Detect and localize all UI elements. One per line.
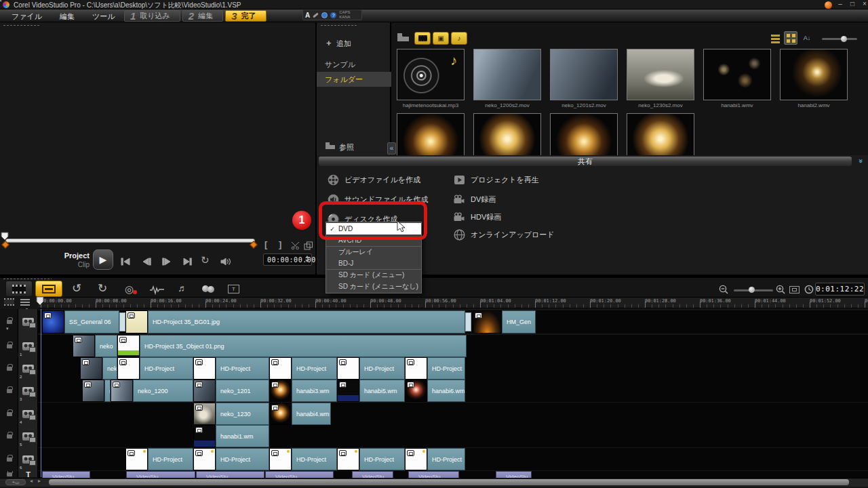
track-type-button[interactable]: 3 <box>18 380 38 402</box>
track-number: 1 <box>20 352 22 357</box>
timeline-hscroll-thumb[interactable] <box>49 479 849 485</box>
track-lock-button[interactable] <box>0 448 18 470</box>
track-type-button[interactable]: T <box>18 471 38 478</box>
lock-icon <box>7 367 12 371</box>
track-lock-button[interactable] <box>0 471 18 478</box>
disc-menu-item-blu-ray[interactable]: ブルーレイ <box>326 246 421 258</box>
video-file-icon <box>327 174 339 186</box>
scroll-left-arrow[interactable]: ◂ <box>30 478 33 484</box>
track-type-button[interactable] <box>18 310 38 333</box>
track-number: 2 <box>20 375 22 379</box>
scroll-right-arrow[interactable]: ▸ <box>38 478 41 484</box>
track-lock-button[interactable] <box>0 425 18 447</box>
annotation-step-badge: 1 <box>292 211 311 230</box>
video-track-icon <box>22 432 34 441</box>
timeline-fit-button[interactable]: +▭ <box>5 479 26 485</box>
hdv-cam-icon <box>453 212 465 222</box>
track-lock-button[interactable] <box>0 403 18 425</box>
expand-section-icon[interactable]: » <box>856 155 866 167</box>
video-track-icon <box>22 318 34 326</box>
track-header: 5 <box>0 425 38 447</box>
video-track-icon <box>22 387 34 395</box>
play-project[interactable]: プロジェクトを再生 <box>453 174 539 186</box>
track-lock-button[interactable] <box>0 380 18 402</box>
track-header: 6 <box>0 448 38 470</box>
disc-menu-item-sd-card-no-menu[interactable]: SD カード (メニューなし) <box>326 281 421 292</box>
lock-icon <box>7 458 12 462</box>
share-action-label: HDV録画 <box>471 212 501 222</box>
online-upload[interactable]: オンラインアップロード <box>453 228 555 241</box>
playhead-line <box>41 309 41 477</box>
track-number: 5 <box>20 443 22 447</box>
disc-menu-item-bd-j[interactable]: BD-J <box>326 258 421 269</box>
track-lock-button[interactable] <box>0 335 18 357</box>
play-project-icon <box>453 175 465 185</box>
videostudio-app: Corel VideoStudio Pro - C:\Users\a\Deskt… <box>0 0 868 488</box>
hdv-recording[interactable]: HDV録画 <box>453 211 501 223</box>
mouse-cursor <box>397 220 406 232</box>
lock-icon <box>7 472 12 476</box>
video-track-icon <box>22 365 34 373</box>
lock-icon <box>7 344 12 348</box>
upload-globe-icon <box>453 229 465 241</box>
lock-icon <box>7 412 12 416</box>
video-track-icon <box>22 455 34 464</box>
title-track-icon: T <box>26 471 31 478</box>
track-header: 3 <box>0 380 38 402</box>
track-type-button[interactable]: 4 <box>18 403 38 425</box>
track-header: ▾ <box>0 310 38 333</box>
lock-icon <box>7 389 12 393</box>
annotation-highlight-box <box>319 201 427 240</box>
expand-caret-icon[interactable]: ▾ <box>6 326 9 331</box>
track-header: 1 <box>0 335 38 357</box>
track-header: 2 <box>0 357 38 380</box>
video-track-icon <box>22 342 34 350</box>
track-number: 3 <box>20 397 22 401</box>
disc-menu-label: SD カード (メニュー) <box>338 270 404 280</box>
share-action-label: ビデオファイルを作成 <box>344 175 420 185</box>
track-type-button[interactable]: 6 <box>18 448 38 470</box>
track-type-button[interactable]: 2 <box>18 357 38 380</box>
share-action-label: DV録画 <box>471 195 496 205</box>
lock-icon <box>7 320 12 324</box>
timeline-playhead-marker[interactable] <box>36 296 45 306</box>
share-action-label: オンラインアップロード <box>471 230 555 240</box>
disc-menu-label: BD-J <box>338 260 353 267</box>
create-video-file[interactable]: ビデオファイルを作成 <box>327 174 420 186</box>
track-header: 4 <box>0 403 38 425</box>
lock-icon <box>7 434 12 439</box>
dv-recording[interactable]: DV録画 <box>453 193 496 205</box>
disc-menu-item-sd-card-menu[interactable]: SD カード (メニュー) <box>326 269 421 281</box>
disc-menu-label: SD カード (メニューなし) <box>338 282 418 291</box>
track-header: T <box>0 471 38 478</box>
video-track-icon <box>22 410 34 418</box>
disc-menu-label: ブルーレイ <box>338 247 373 257</box>
share-actions-right: プロジェクトを再生DV録画HDV録画オンラインアップロード <box>453 155 629 250</box>
track-lock-button[interactable] <box>0 357 18 380</box>
track-number: 6 <box>20 466 22 470</box>
share-action-label: プロジェクトを再生 <box>471 175 539 185</box>
track-lock-button[interactable] <box>0 310 18 333</box>
track-number: 4 <box>20 420 22 424</box>
track-type-button[interactable]: 1 <box>18 335 38 357</box>
dv-cam-icon <box>453 195 465 204</box>
track-type-button[interactable]: 5 <box>18 425 38 447</box>
